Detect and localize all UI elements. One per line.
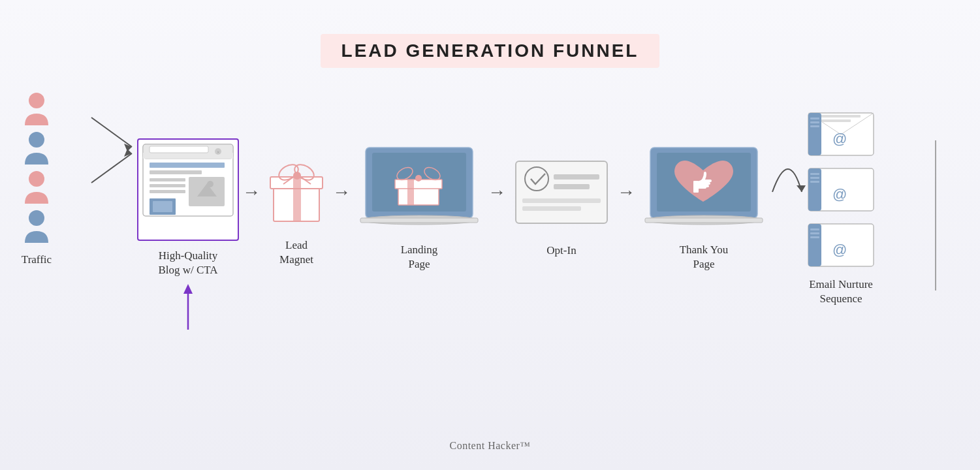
step-opt-in: Opt-In	[509, 158, 614, 258]
thank-you-label: Thank YouPage	[680, 243, 729, 272]
traffic-group: Traffic	[20, 91, 54, 266]
svg-marker-57	[797, 185, 806, 192]
flow-diagram: × High-Qual	[137, 110, 877, 306]
svg-rect-50	[522, 198, 601, 203]
step-email-nurture: @ @	[805, 110, 877, 306]
svg-rect-20	[150, 184, 185, 187]
landing-page-icon	[354, 144, 484, 235]
svg-rect-49	[554, 184, 590, 189]
svg-rect-19	[150, 178, 185, 181]
arrow-1: →	[239, 181, 264, 235]
svg-rect-23	[153, 201, 172, 212]
email-nurture-label: Email NurtureSequence	[809, 277, 873, 306]
arrow-2: →	[329, 181, 354, 235]
landing-page-label: LandingPage	[401, 243, 438, 272]
svg-rect-13	[150, 146, 208, 153]
traffic-label: Traffic	[22, 253, 52, 266]
svg-rect-62	[815, 115, 861, 118]
svg-point-2	[29, 171, 44, 187]
purple-up-arrow	[181, 281, 195, 333]
svg-rect-72	[810, 181, 819, 183]
svg-text:×: ×	[217, 149, 220, 155]
lead-magnet-icon	[264, 149, 329, 230]
opt-in-icon	[509, 158, 614, 236]
svg-rect-65	[810, 118, 819, 119]
person-pink-2	[20, 170, 54, 208]
svg-rect-27	[293, 185, 301, 221]
svg-text:@: @	[832, 131, 847, 147]
step-landing-page: LandingPage	[354, 144, 484, 272]
svg-rect-15	[150, 170, 202, 174]
svg-rect-48	[554, 174, 599, 180]
email-box-2: @	[805, 165, 877, 214]
thank-you-icon	[639, 144, 769, 235]
email-connector-lines	[934, 140, 937, 290]
svg-point-43	[415, 175, 422, 181]
svg-point-1	[29, 132, 44, 148]
svg-rect-76	[810, 228, 819, 230]
thankyou-laptop-icon	[639, 144, 769, 232]
svg-rect-21	[150, 190, 185, 193]
svg-rect-78	[810, 236, 819, 238]
svg-rect-40	[407, 180, 414, 189]
svg-rect-71	[810, 177, 819, 179]
svg-point-32	[293, 172, 301, 180]
opt-in-label: Opt-In	[546, 243, 576, 258]
step-lead-magnet: LeadMagnet	[264, 149, 329, 267]
svg-rect-77	[810, 232, 819, 234]
svg-text:@: @	[832, 242, 847, 258]
email-boxes: @ @	[805, 110, 877, 270]
blog-label: High-QualityBlog w/ CTA	[158, 249, 217, 277]
email-box-3: @	[805, 221, 877, 270]
person-blue-1	[20, 131, 54, 168]
svg-rect-54	[693, 181, 699, 193]
svg-rect-45	[360, 218, 478, 223]
svg-line-4	[91, 118, 132, 147]
curved-arrow-area	[769, 153, 805, 264]
gift-icon	[264, 149, 329, 228]
lead-magnet-label: LeadMagnet	[279, 238, 313, 267]
page-title: LEAD GENERATION FUNNEL	[341, 40, 639, 61]
curved-arrow	[769, 153, 805, 231]
svg-rect-46	[516, 161, 607, 223]
svg-point-0	[29, 93, 44, 108]
svg-rect-66	[810, 121, 819, 123]
title-box: LEAD GENERATION FUNNEL	[321, 34, 660, 68]
svg-rect-67	[810, 125, 819, 127]
watermark: Content Hacker™	[449, 440, 530, 452]
arrow-3: →	[484, 181, 509, 235]
optin-form-icon	[509, 158, 614, 233]
svg-rect-14	[150, 163, 225, 168]
watermark-text: Content Hacker™	[449, 440, 530, 451]
svg-point-3	[29, 210, 44, 226]
svg-point-18	[207, 181, 213, 187]
svg-text:@: @	[832, 186, 847, 202]
svg-line-6	[91, 153, 132, 183]
svg-rect-51	[522, 206, 581, 211]
person-pink-1	[20, 91, 54, 129]
svg-marker-25	[183, 284, 193, 294]
blog-icon-box: ×	[137, 138, 239, 241]
laptop-gift-icon	[354, 144, 484, 232]
step-thank-you: Thank YouPage	[639, 144, 769, 272]
email-box-1: @	[805, 110, 877, 159]
svg-rect-56	[645, 218, 763, 223]
step-blog: × High-Qual	[137, 138, 239, 277]
blog-icon: ×	[140, 141, 236, 236]
arrow-4: →	[614, 181, 639, 235]
person-blue-2	[20, 209, 54, 247]
svg-rect-70	[810, 173, 819, 175]
traffic-arrows	[85, 111, 144, 189]
